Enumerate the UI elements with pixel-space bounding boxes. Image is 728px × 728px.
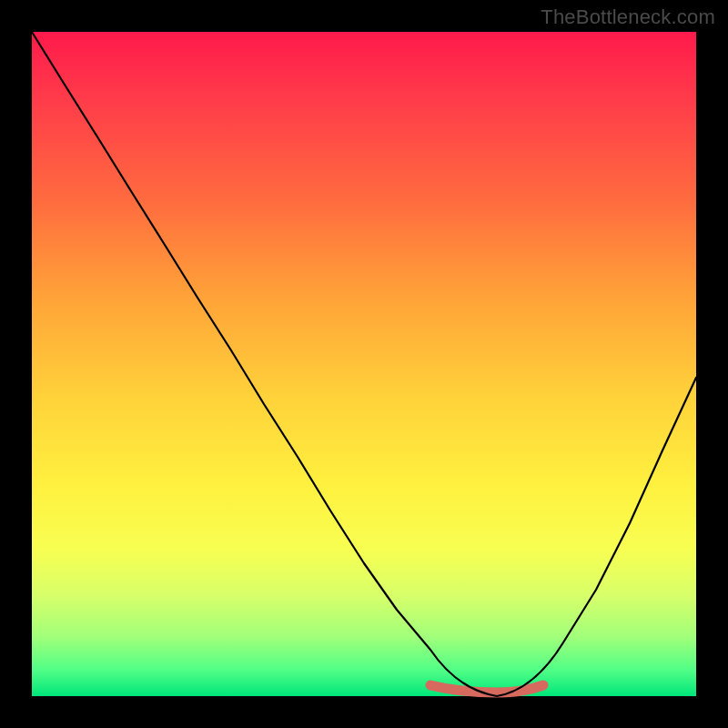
watermark-text: TheBottleneck.com: [541, 5, 715, 29]
plot-area: [32, 32, 696, 696]
bottleneck-curve: [32, 32, 696, 696]
chart-frame: TheBottleneck.com: [0, 0, 728, 728]
optimal-range-highlight: [430, 685, 543, 693]
curve-path: [32, 32, 696, 696]
